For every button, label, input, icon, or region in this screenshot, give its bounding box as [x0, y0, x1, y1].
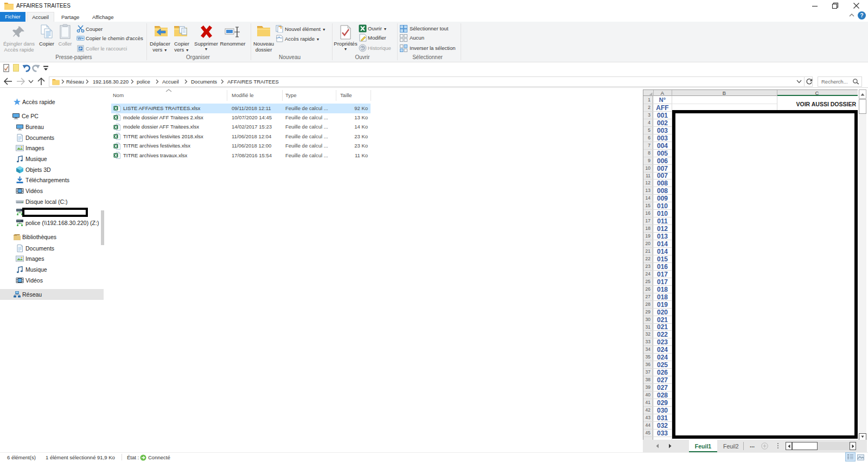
svg-text:W: W: [78, 36, 81, 40]
